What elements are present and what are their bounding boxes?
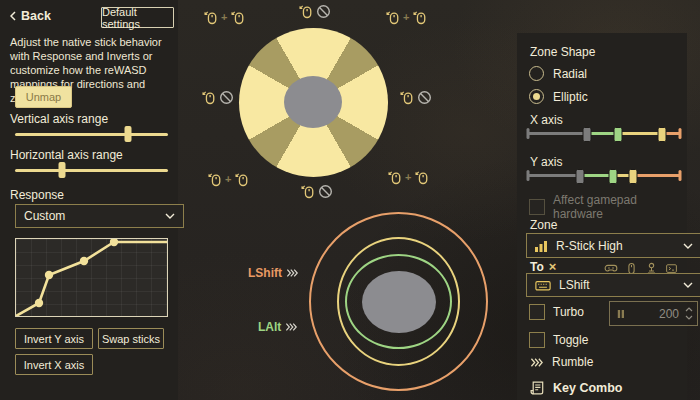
spinner-arrows [685,307,693,320]
mouse-move-icon [414,170,429,185]
zone-bars-icon [535,240,548,252]
rumble-row[interactable]: Rumble [530,355,593,369]
remove-mapping-icon[interactable]: × [549,259,557,274]
x-axis-label: X axis [530,113,563,127]
zone-value: R-Stick High [556,239,623,253]
turbo-rate-value: 200 [659,307,685,321]
ban-icon [219,90,234,105]
stick-settings-panel: Back Default settings Adjust the native … [0,0,178,400]
vertical-axis-range-slider[interactable] [15,126,168,142]
radio-radial[interactable]: Radial [529,66,587,81]
radio-elliptic[interactable]: Elliptic [529,89,588,104]
spin-up-icon[interactable] [685,307,693,312]
key-combo-row[interactable]: Key Combo [529,380,622,396]
chevron-down-icon [165,213,175,219]
checkbox-icon[interactable] [529,332,545,348]
mouse-move-icon [234,172,249,187]
back-button[interactable]: Back [10,9,51,23]
rumble-icon [286,267,299,279]
mouse-move-icon [399,90,414,105]
response-dropdown[interactable]: Custom [15,204,184,228]
mapping-group-down-right[interactable]: + [387,170,429,185]
ban-icon [316,4,331,19]
swap-sticks-button[interactable]: Swap sticks [98,328,164,349]
mouse-move-icon [230,10,245,25]
back-label: Back [21,9,51,23]
radio-circle-icon [529,66,544,81]
mapping-group-left[interactable] [201,90,234,105]
invert-x-axis-button[interactable]: Invert X axis [15,354,93,375]
slider-track [15,133,168,136]
mouse-move-icon [203,10,218,25]
mapping-group-right[interactable] [399,90,432,105]
rumble-icon [530,356,544,369]
horizontal-axis-range-label: Horizontal axis range [10,148,123,162]
slider-track [15,169,168,172]
y-axis-label: Y axis [530,155,562,169]
zone-mapping-label-lshift[interactable]: LShift [248,266,299,280]
mouse-move-icon [207,172,222,187]
plus-icon: + [405,172,411,183]
default-settings-button[interactable]: Default settings [101,7,174,28]
chevron-down-icon [683,243,693,249]
mouse-move-icon [300,184,315,199]
zone-mapping-label-lalt[interactable]: LAlt [258,320,298,334]
to-row: To × [530,259,556,274]
mapping-group-down-left[interactable]: + [207,172,249,187]
ban-icon [417,90,432,105]
zone-settings-panel: Zone Shape Radial Elliptic X axis Y axis… [517,33,687,400]
stick-deadzone-center [284,76,342,128]
checkbox-icon[interactable] [529,199,545,215]
horizontal-axis-range-slider[interactable] [15,162,168,178]
turbo-rate-spinner[interactable]: 200 [609,301,698,326]
rumble-icon [285,321,298,333]
toggle-checkbox-row[interactable]: Toggle [529,332,588,348]
mapping-group-down[interactable] [300,184,333,199]
slider-thumb[interactable] [125,126,132,142]
mouse-move-icon [201,90,216,105]
response-label: Response [10,188,64,202]
affect-gamepad-hardware-checkbox-row[interactable]: Affect gamepad hardware [529,193,687,221]
zone-center-circle [362,271,436,333]
vertical-axis-range-label: Vertical axis range [10,112,108,126]
ban-icon [318,184,333,199]
response-curve-chart[interactable] [15,238,168,317]
mouse-move-icon [385,10,400,25]
radio-selected-dot [533,93,540,100]
plus-icon: + [403,12,409,23]
chevron-left-icon [10,11,16,21]
spin-down-icon[interactable] [685,315,693,320]
chevron-down-icon [683,282,693,288]
radio-circle-icon [529,89,544,104]
mapping-group-up-left[interactable]: + [203,10,245,25]
unmap-button[interactable]: Unmap [15,86,72,108]
mapping-group-up[interactable] [298,4,331,19]
plus-icon: + [225,174,231,185]
zone-dropdown[interactable]: R-Stick High [526,233,700,258]
zone-shape-label: Zone Shape [530,45,595,59]
zone-label: Zone [530,218,557,232]
x-axis-zone-slider[interactable] [528,126,680,141]
invert-y-axis-button[interactable]: Invert Y axis [15,328,93,349]
mouse-move-icon [298,4,313,19]
mouse-move-icon [412,10,427,25]
mouse-move-icon [387,170,402,185]
slider-thumb[interactable] [59,162,66,178]
pause-icon [617,309,625,319]
mapping-group-up-right[interactable]: + [385,10,427,25]
turbo-checkbox-row[interactable]: Turbo [529,304,584,320]
y-axis-zone-slider[interactable] [528,168,680,183]
mapping-value: LShift [559,278,590,292]
response-value: Custom [24,209,65,223]
keyboard-icon [535,279,551,292]
checkbox-icon[interactable] [529,304,545,320]
key-combo-scroll-icon [529,380,545,396]
mapping-dropdown[interactable]: LShift [526,273,700,297]
plus-icon: + [221,12,227,23]
response-curve-svg [16,239,167,316]
